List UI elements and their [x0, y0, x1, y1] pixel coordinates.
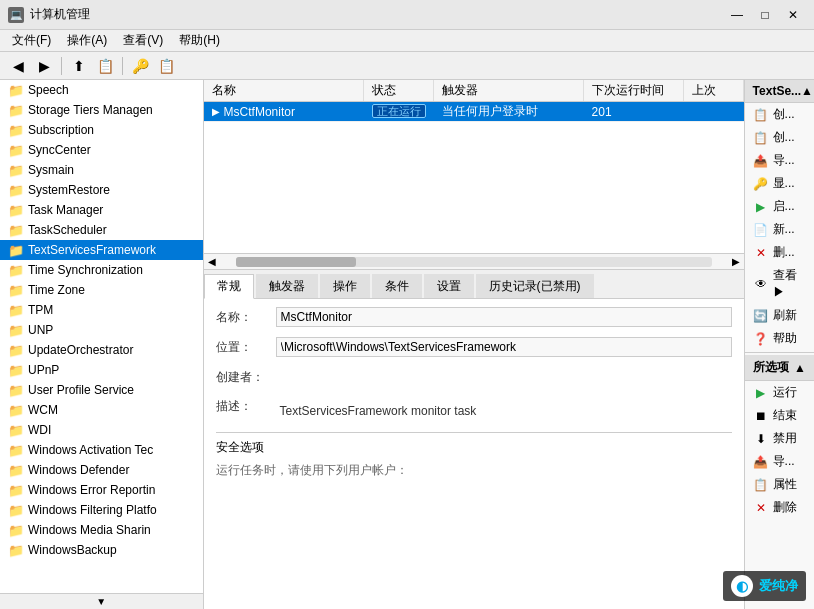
ops-bottom-label: 结束: [773, 407, 797, 424]
ops-top-item-9[interactable]: ❓帮助: [745, 327, 814, 350]
sidebar-item-label: Windows Media Sharin: [28, 523, 151, 537]
ops-run-icon: ▶: [753, 199, 769, 215]
sidebar-item-22[interactable]: 📁Windows Media Sharin: [0, 520, 203, 540]
folder-icon: 📁: [8, 143, 24, 158]
minimize-button[interactable]: —: [724, 4, 750, 26]
ops-bottom-label: 导...: [773, 453, 795, 470]
ops-top-item-3[interactable]: 🔑显...: [745, 172, 814, 195]
sidebar-item-label: Time Zone: [28, 283, 85, 297]
maximize-button[interactable]: □: [752, 4, 778, 26]
up-button[interactable]: ⬆: [67, 55, 91, 77]
sidebar-item-15[interactable]: 📁User Profile Service: [0, 380, 203, 400]
sidebar-item-label: Speech: [28, 83, 69, 97]
operations-panel: TextSe...▲📋创...📋创...📤导...🔑显...▶启...📄新...…: [744, 80, 814, 609]
forward-button[interactable]: ▶: [32, 55, 56, 77]
sidebar-scroll-down[interactable]: ▼: [0, 593, 203, 609]
sidebar-item-3[interactable]: 📁SyncCenter: [0, 140, 203, 160]
sidebar-item-7[interactable]: 📁TaskScheduler: [0, 220, 203, 240]
folder-icon: 📁: [8, 443, 24, 458]
td-next: 201: [584, 105, 684, 119]
sidebar-item-23[interactable]: 📁WindowsBackup: [0, 540, 203, 560]
list-button[interactable]: 📋: [154, 55, 178, 77]
show-hide-button[interactable]: 📋: [93, 55, 117, 77]
th-trigger[interactable]: 触发器: [434, 80, 584, 101]
sidebar-item-13[interactable]: 📁UpdateOrchestrator: [0, 340, 203, 360]
menu-view[interactable]: 查看(V): [115, 30, 171, 51]
sidebar-item-20[interactable]: 📁Windows Error Reportin: [0, 480, 203, 500]
menu-help[interactable]: 帮助(H): [171, 30, 228, 51]
ops-bottom-item-1[interactable]: ⏹结束: [745, 404, 814, 427]
scroll-right[interactable]: ▶: [728, 256, 744, 267]
table-scroll: ◀ ▶: [204, 253, 744, 269]
table-row[interactable]: ▶ MsCtfMonitor 正在运行 当任何用户登录时 201: [204, 102, 744, 122]
tab-1[interactable]: 触发器: [256, 274, 318, 298]
sidebar-item-8[interactable]: 📁TextServicesFramework: [0, 240, 203, 260]
sidebar-item-label: Windows Filtering Platfo: [28, 503, 157, 517]
ops-top-item-7[interactable]: 👁查看 ▶: [745, 264, 814, 304]
ops-icon-2: 📤: [753, 153, 769, 169]
sidebar-item-14[interactable]: 📁UPnP: [0, 360, 203, 380]
ops-bottom-item-5[interactable]: ✕删除: [745, 496, 814, 519]
ops-bottom-item-3[interactable]: 📤导...: [745, 450, 814, 473]
sidebar-item-1[interactable]: 📁Storage Tiers Managen: [0, 100, 203, 120]
th-name[interactable]: 名称: [204, 80, 364, 101]
tab-3[interactable]: 条件: [372, 274, 422, 298]
th-last[interactable]: 上次: [684, 80, 744, 101]
tab-2[interactable]: 操作: [320, 274, 370, 298]
sidebar-item-6[interactable]: 📁Task Manager: [0, 200, 203, 220]
ops-delete-icon: ✕: [753, 245, 769, 261]
ops-icon-7: 👁: [753, 276, 769, 292]
folder-icon: 📁: [8, 383, 24, 398]
sidebar-item-label: Storage Tiers Managen: [28, 103, 153, 117]
ops-top-item-6[interactable]: ✕删...: [745, 241, 814, 264]
sidebar-item-21[interactable]: 📁Windows Filtering Platfo: [0, 500, 203, 520]
sidebar-item-12[interactable]: 📁UNP: [0, 320, 203, 340]
back-button[interactable]: ◀: [6, 55, 30, 77]
ops-bottom-icon-4: 📋: [753, 477, 769, 493]
security-note: 运行任务时，请使用下列用户帐户：: [216, 462, 732, 479]
close-button[interactable]: ✕: [780, 4, 806, 26]
name-input[interactable]: [276, 307, 732, 327]
detail-area: 常规触发器操作条件设置历史记录(已禁用) 名称： 位置： 创建者：: [204, 270, 744, 609]
sidebar-item-label: TextServicesFramework: [28, 243, 156, 257]
sidebar-item-5[interactable]: 📁SystemRestore: [0, 180, 203, 200]
sidebar-item-17[interactable]: 📁WDI: [0, 420, 203, 440]
sidebar-item-9[interactable]: 📁Time Synchronization: [0, 260, 203, 280]
sidebar-item-0[interactable]: 📁Speech: [0, 80, 203, 100]
th-status[interactable]: 状态: [364, 80, 434, 101]
sidebar-item-10[interactable]: 📁Time Zone: [0, 280, 203, 300]
sidebar-item-11[interactable]: 📁TPM: [0, 300, 203, 320]
key-button[interactable]: 🔑: [128, 55, 152, 77]
sidebar-item-16[interactable]: 📁WCM: [0, 400, 203, 420]
tab-5[interactable]: 历史记录(已禁用): [476, 274, 594, 298]
table-body: ▶ MsCtfMonitor 正在运行 当任何用户登录时 201: [204, 102, 744, 253]
ops-top-item-8[interactable]: 🔄刷新: [745, 304, 814, 327]
ops-top-item-0[interactable]: 📋创...: [745, 103, 814, 126]
ops-top-item-5[interactable]: 📄新...: [745, 218, 814, 241]
ops-top-item-1[interactable]: 📋创...: [745, 126, 814, 149]
menu-action[interactable]: 操作(A): [59, 30, 115, 51]
tab-0[interactable]: 常规: [204, 274, 254, 299]
ops-bottom-item-2[interactable]: ⬇禁用: [745, 427, 814, 450]
scroll-thumb[interactable]: [236, 257, 356, 267]
sidebar-item-2[interactable]: 📁Subscription: [0, 120, 203, 140]
ops-top-item-4[interactable]: ▶启...: [745, 195, 814, 218]
path-input[interactable]: [276, 337, 732, 357]
tab-4[interactable]: 设置: [424, 274, 474, 298]
desc-value: TextServicesFramework monitor task: [276, 396, 732, 422]
sidebar-item-19[interactable]: 📁Windows Defender: [0, 460, 203, 480]
row-arrow: ▶: [212, 106, 220, 117]
sidebar-item-18[interactable]: 📁Windows Activation Tec: [0, 440, 203, 460]
folder-icon: 📁: [8, 103, 24, 118]
ops-top-item-2[interactable]: 📤导...: [745, 149, 814, 172]
sidebar-item-4[interactable]: 📁Sysmain: [0, 160, 203, 180]
ops-bottom-item-4[interactable]: 📋属性: [745, 473, 814, 496]
folder-icon: 📁: [8, 503, 24, 518]
ops-bottom-item-0[interactable]: ▶运行: [745, 381, 814, 404]
scroll-left[interactable]: ◀: [204, 256, 220, 267]
td-name: ▶ MsCtfMonitor: [204, 105, 364, 119]
th-next[interactable]: 下次运行时间: [584, 80, 684, 101]
sidebar-item-label: SyncCenter: [28, 143, 91, 157]
menu-file[interactable]: 文件(F): [4, 30, 59, 51]
td-trigger: 当任何用户登录时: [434, 103, 584, 120]
